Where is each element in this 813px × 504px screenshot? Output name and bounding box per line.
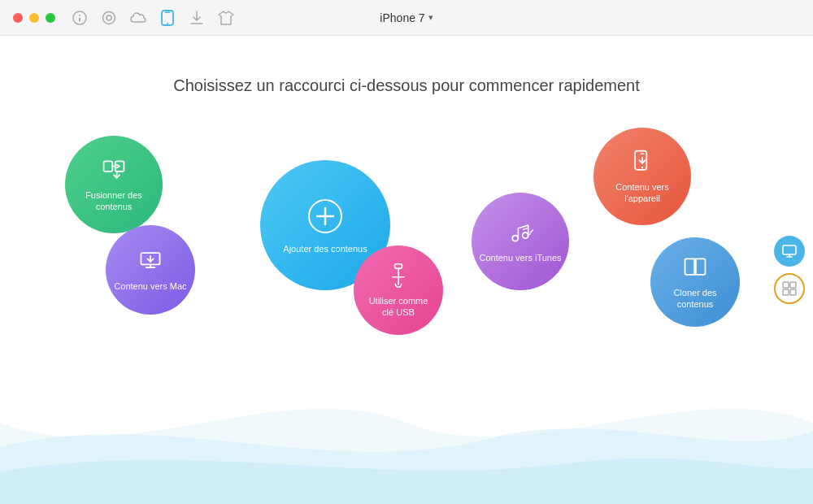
close-button[interactable] <box>13 13 23 23</box>
svg-rect-6 <box>165 11 171 13</box>
screen-icon <box>781 243 798 259</box>
clone-icon <box>682 254 708 280</box>
merge-label: Fusionner descontenus <box>79 189 149 213</box>
svg-rect-22 <box>783 289 789 295</box>
clone-contents-button[interactable]: Cloner descontenus <box>650 237 740 327</box>
phone-icon[interactable] <box>159 10 176 26</box>
merge-contents-button[interactable]: Fusionner descontenus <box>65 136 163 233</box>
shirt-icon[interactable] <box>218 10 234 26</box>
sidebar-right <box>774 236 805 304</box>
svg-rect-8 <box>104 161 113 171</box>
svg-point-13 <box>512 235 518 241</box>
svg-point-16 <box>641 166 644 168</box>
device-title[interactable]: iPhone 7 ▾ <box>380 11 433 24</box>
shortcuts-area: Fusionner descontenus Contenu vers Mac A… <box>0 95 813 461</box>
use-as-usb-button[interactable]: Utiliser commeclé USB <box>354 245 443 335</box>
content-to-mac-button[interactable]: Contenu vers Mac <box>106 225 195 315</box>
sidebar-screen-button[interactable] <box>774 236 805 267</box>
settings-icon[interactable] <box>101 10 117 26</box>
svg-rect-20 <box>783 282 789 288</box>
device-label: Contenu versl'appareil <box>609 181 675 205</box>
heading-text: Choisissez un raccourci ci-dessous pour … <box>173 76 640 94</box>
usb-label: Utiliser commeclé USB <box>363 295 435 319</box>
svg-point-4 <box>107 15 111 20</box>
device-name: iPhone 7 <box>380 11 424 24</box>
svg-rect-19 <box>783 245 796 254</box>
mac-label: Contenu vers Mac <box>107 280 193 292</box>
minimize-button[interactable] <box>29 13 39 23</box>
svg-rect-2 <box>79 17 80 21</box>
device-icon <box>629 149 655 175</box>
clone-label: Cloner descontenus <box>667 287 723 311</box>
usb-icon <box>385 263 411 289</box>
itunes-icon <box>507 219 533 245</box>
content-to-device-button[interactable]: Contenu versl'appareil <box>593 128 691 225</box>
titlebar-icons <box>72 10 234 26</box>
info-icon[interactable] <box>72 10 88 26</box>
download-icon[interactable] <box>189 10 205 26</box>
add-label: Ajouter des contenus <box>276 243 373 254</box>
dropdown-arrow-icon: ▾ <box>428 12 433 23</box>
sidebar-grid-button[interactable] <box>774 273 805 304</box>
traffic-lights <box>13 13 55 23</box>
svg-rect-21 <box>790 282 796 288</box>
page-heading: Choisissez un raccourci ci-dessous pour … <box>0 36 813 95</box>
cloud-icon[interactable] <box>130 10 146 26</box>
itunes-label: Contenu vers iTunes <box>472 252 567 263</box>
merge-icon <box>101 157 127 183</box>
svg-rect-23 <box>790 289 796 295</box>
maximize-button[interactable] <box>46 13 55 23</box>
add-icon <box>305 196 346 237</box>
grid-icon <box>781 280 798 297</box>
content-to-itunes-button[interactable]: Contenu vers iTunes <box>472 193 569 290</box>
titlebar: iPhone 7 ▾ <box>0 0 813 36</box>
svg-point-3 <box>103 11 115 24</box>
main-content: Choisissez un raccourci ci-dessous pour … <box>0 36 813 504</box>
svg-point-1 <box>79 15 80 16</box>
mac-icon <box>137 248 163 274</box>
svg-point-7 <box>167 23 168 24</box>
